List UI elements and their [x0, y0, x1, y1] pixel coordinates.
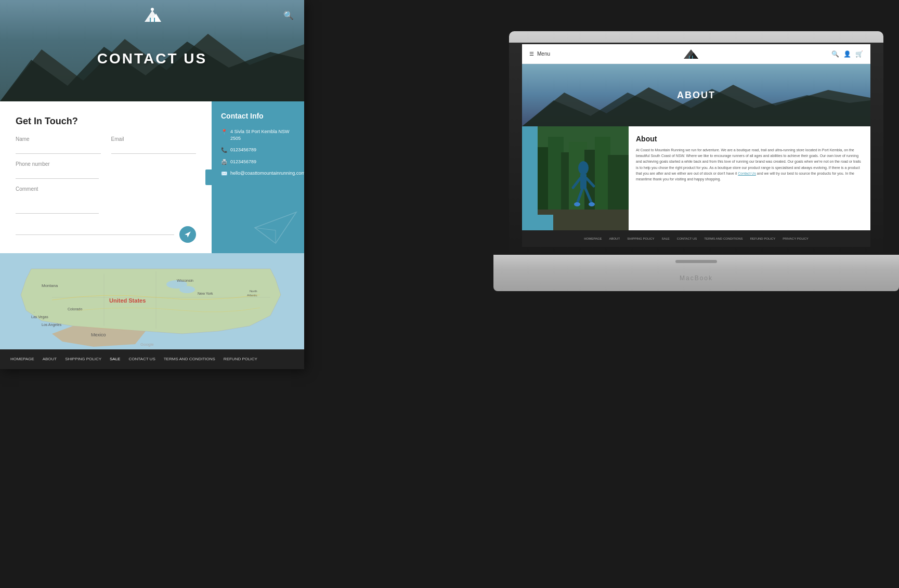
footer-nav-homepage[interactable]: HOMEPAGE [10, 357, 34, 361]
footer-nav-refund[interactable]: REFUND POLICY [224, 357, 257, 361]
mb-content-row: About At Coast to Mountain Running we ru… [522, 126, 870, 230]
phone-input[interactable] [16, 168, 99, 179]
footer-nav-shipping[interactable]: SHIPPING POLICY [65, 357, 101, 361]
search-icon[interactable]: 🔍 [283, 10, 294, 20]
mb-user-icon[interactable]: 👤 [843, 50, 851, 58]
name-input[interactable] [16, 143, 101, 154]
macbook-panel: ☰ Menu 🔍 [509, 31, 883, 291]
scroll-tab[interactable] [205, 169, 212, 185]
contact-form-area: Get In Touch? Name Email Phone number [0, 101, 212, 253]
mb-about-body: At Coast to Mountain Running we run for … [636, 147, 863, 182]
fax-icon: 🖨️ [221, 159, 227, 165]
svg-text:New York: New York [198, 292, 213, 295]
mb-footer-terms[interactable]: TERMS AND CONDITIONS [704, 237, 742, 240]
contact-us-link[interactable]: Contact Us [738, 172, 756, 175]
mb-nav: ☰ Menu 🔍 [522, 44, 870, 64]
mb-search-icon[interactable]: 🔍 [831, 50, 839, 58]
mb-about-heading: About [636, 135, 863, 143]
phone1-item: 📞 0123456789 [221, 147, 295, 153]
mb-footer-about[interactable]: ABOUT [609, 237, 620, 240]
mb-logo [682, 47, 700, 61]
footer-nav-sale[interactable]: SALE [110, 357, 120, 361]
svg-text:North: North [250, 290, 257, 293]
mb-teal-bar [522, 126, 538, 230]
mb-footer-homepage[interactable]: HOMEPAGE [584, 237, 602, 240]
form-heading: Get In Touch? [16, 116, 196, 127]
mb-hero-title: ABOUT [677, 90, 715, 101]
mb-nav-icons: 🔍 👤 🛒 [831, 50, 863, 58]
mb-footer-privacy[interactable]: PRIVACY POLICY [783, 237, 808, 240]
submit-button[interactable] [179, 226, 196, 243]
svg-text:Wisconsin: Wisconsin [177, 279, 193, 282]
comment-label: Comment [16, 186, 196, 192]
svg-rect-4 [150, 18, 151, 22]
svg-text:Google: Google [140, 342, 154, 347]
comment-input[interactable] [16, 193, 99, 214]
email-icon: ✉️ [221, 171, 227, 176]
footer-nav-about[interactable]: ABOUT [43, 357, 57, 361]
mb-site: ☰ Menu 🔍 [522, 44, 870, 247]
mb-about-text: About At Coast to Mountain Running we ru… [629, 126, 870, 230]
hamburger-icon: ☰ [529, 51, 534, 57]
contact-info-panel: Contact Info 📍 4 Sivla St Port Kembla NS… [212, 101, 304, 253]
phone-label: Phone number [16, 161, 196, 167]
mb-teal-bottom-accent [538, 215, 553, 230]
left-footer: HOMEPAGE ABOUT SHIPPING POLICY SALE CONT… [0, 349, 304, 369]
mb-footer-sale[interactable]: SALE [661, 237, 669, 240]
mb-hero: ABOUT [522, 64, 870, 126]
site-logo [139, 6, 165, 24]
phone1-text: 0123456789 [230, 147, 256, 153]
email-item: ✉️ hello@coasttomountainrunning.com.au [221, 170, 295, 177]
svg-point-50 [589, 202, 595, 206]
svg-text:Montana: Montana [42, 283, 58, 288]
send-icon [184, 231, 191, 238]
address-item: 📍 4 Sivla St Port Kembla NSW 2505 [221, 128, 295, 141]
svg-point-12 [179, 286, 195, 293]
name-label: Name [16, 136, 101, 142]
location-icon: 📍 [221, 129, 227, 135]
footer-nav-terms[interactable]: TERMS AND CONDITIONS [164, 357, 215, 361]
svg-point-43 [578, 161, 589, 175]
email-input[interactable] [111, 143, 197, 154]
footer-nav: HOMEPAGE ABOUT SHIPPING POLICY SALE CONT… [10, 357, 294, 369]
map-background: United States Montana Wisconsin New York… [0, 253, 304, 349]
mb-footer-contact[interactable]: CONTACT US [677, 237, 697, 240]
phone-field-wrap: Phone number [16, 161, 196, 179]
svg-rect-31 [692, 56, 693, 59]
phone2-text: 0123456789 [230, 159, 256, 165]
contact-section: Get In Touch? Name Email Phone number [0, 101, 304, 253]
mb-hero-mountain [522, 80, 870, 126]
macbook-label: MacBook [680, 275, 713, 282]
svg-text:Las Vegas: Las Vegas [31, 315, 48, 319]
map-section: United States Montana Wisconsin New York… [0, 253, 304, 349]
macbook-base: MacBook [493, 255, 899, 291]
hero-nav: 🔍 [0, 6, 304, 24]
macbook-screen: ☰ Menu 🔍 [522, 44, 870, 247]
footer-nav-contact[interactable]: CONTACT US [128, 357, 155, 361]
svg-point-6 [151, 8, 154, 11]
decoration-paper-plane [252, 210, 299, 248]
mb-footer-shipping[interactable]: SHIPPING POLICY [627, 237, 654, 240]
mb-cart-icon[interactable]: 🛒 [855, 50, 863, 58]
svg-point-49 [574, 202, 580, 206]
left-website-panel: 🔍 CONTACT US Get In Touch? Name Email Ph… [0, 0, 304, 369]
svg-text:Los Angeles: Los Angeles [42, 323, 62, 327]
mb-footer-refund[interactable]: REFUND POLICY [750, 237, 776, 240]
svg-text:Mexico: Mexico [91, 332, 106, 337]
phone-icon: 📞 [221, 147, 227, 153]
macbook-bezel: ☰ Menu 🔍 [509, 31, 883, 255]
phone2-item: 🖨️ 0123456789 [221, 159, 295, 165]
comment-field-wrap: Comment [16, 186, 196, 216]
svg-rect-44 [580, 174, 587, 189]
menu-label: Menu [537, 51, 550, 57]
mb-footer: HOMEPAGE ABOUT SHIPPING POLICY SALE CONT… [522, 230, 870, 247]
svg-rect-5 [154, 18, 155, 22]
email-text: hello@coasttomountainrunning.com.au [230, 170, 304, 177]
address-text: 4 Sivla St Port Kembla NSW 2505 [230, 128, 295, 141]
contact-info-heading: Contact Info [221, 112, 295, 120]
page-title: CONTACT US [97, 50, 207, 67]
svg-text:United States: United States [109, 297, 146, 304]
email-field-wrap: Email [111, 136, 197, 154]
macbook-outer: ☰ Menu 🔍 [509, 31, 883, 291]
mb-menu[interactable]: ☰ Menu [529, 51, 550, 57]
